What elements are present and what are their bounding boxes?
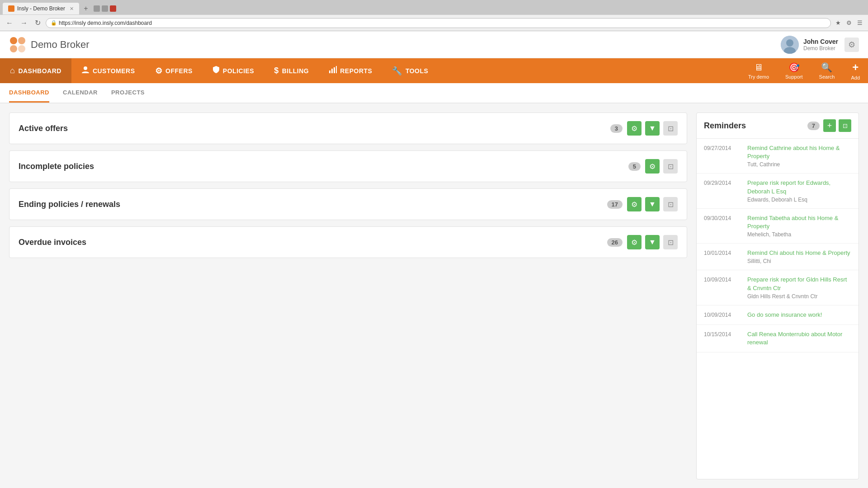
refresh-button[interactable]: ↻ — [33, 18, 43, 28]
reminder-link-1[interactable]: Remind Cathrine about his Home & Propert… — [747, 144, 851, 160]
new-tab-button[interactable]: + — [81, 4, 91, 14]
nav-label-tools: TOOLS — [406, 67, 428, 75]
nav-item-reports[interactable]: REPORTS — [319, 58, 382, 83]
nav-item-dashboard[interactable]: ⌂ DASHBOARD — [0, 58, 71, 83]
close-tab-button[interactable]: ✕ — [70, 6, 74, 12]
reminder-person-2: Edwards, Deborah L Esq — [747, 197, 851, 203]
active-offers-expand-button[interactable]: ⊡ — [663, 121, 678, 136]
overdue-invoices-title: Overdue invoices — [19, 238, 607, 247]
tab-bar: Insly - Demo Broker ✕ + — [0, 0, 868, 14]
nav-item-billing[interactable]: $ BILLING — [264, 58, 319, 83]
sub-nav-calendar[interactable]: CALENDAR — [63, 84, 98, 103]
main-nav: ⌂ DASHBOARD CUSTOMERS ⚙ OFFERS — [0, 58, 868, 83]
reports-nav-icon — [329, 66, 337, 75]
settings-icon[interactable]: ⚙ — [844, 38, 859, 52]
app-header: Demo Broker John Cover Demo Broker ⚙ — [0, 31, 868, 58]
main-content: Active offers 3 ⚙ ▼ ⊡ Incomplete policie… — [0, 103, 868, 488]
nav-item-offers[interactable]: ⚙ OFFERS — [145, 58, 203, 83]
address-bar[interactable]: 🔒 https://insly demo.insly.com/dashboard — [46, 18, 831, 28]
browser-tab[interactable]: Insly - Demo Broker ✕ — [3, 3, 79, 14]
user-role: Demo Broker — [803, 45, 838, 52]
reminder-date-1: 09/27/2014 — [704, 144, 741, 168]
user-avatar — [781, 36, 799, 54]
extensions-button[interactable]: ⚙ — [844, 19, 854, 27]
svg-rect-10 — [334, 67, 335, 73]
svg-point-1 — [18, 37, 25, 44]
active-offers-header: Active offers 3 ⚙ ▼ ⊡ — [9, 113, 687, 144]
sub-nav-projects[interactable]: PROJECTS — [111, 84, 145, 103]
reminder-link-7[interactable]: Call Renea Monterrubio about Motor renew… — [747, 330, 851, 347]
reminder-date-7: 10/15/2014 — [704, 330, 741, 347]
active-offers-panel: Active offers 3 ⚙ ▼ ⊡ — [9, 113, 687, 144]
minimize-button[interactable] — [94, 5, 100, 12]
ending-policies-expand-button[interactable]: ⊡ — [663, 197, 678, 211]
reminder-link-6[interactable]: Go do some insurance work! — [747, 311, 851, 319]
try-demo-icon: 🖥 — [754, 62, 763, 73]
support-icon: 🎯 — [788, 62, 800, 73]
bookmark-button[interactable]: ★ — [834, 19, 843, 27]
reminder-link-4[interactable]: Remind Chi about his Home & Property — [747, 249, 851, 257]
nav-label-billing: BILLING — [282, 67, 309, 75]
nav-item-tools[interactable]: 🔧 TOOLS — [382, 58, 438, 83]
overdue-invoices-count: 26 — [607, 238, 623, 247]
back-button[interactable]: ← — [4, 18, 15, 28]
search-button[interactable]: 🔍 Search — [811, 58, 843, 83]
ending-policies-filter-button[interactable]: ▼ — [645, 197, 660, 211]
reminder-item-1: 09/27/2014 Remind Cathrine about his Hom… — [697, 139, 859, 174]
maximize-button[interactable] — [102, 5, 108, 12]
incomplete-policies-gear-button[interactable]: ⚙ — [645, 159, 660, 174]
add-label: Add — [851, 75, 860, 80]
header-right: John Cover Demo Broker ⚙ — [781, 36, 859, 54]
overdue-invoices-expand-button[interactable]: ⊡ — [663, 235, 678, 249]
nav-item-customers[interactable]: CUSTOMERS — [71, 58, 145, 83]
billing-nav-icon: $ — [274, 66, 279, 75]
forward-button[interactable]: → — [18, 18, 30, 28]
svg-point-3 — [18, 45, 25, 52]
incomplete-policies-panel: Incomplete policies 5 ⚙ ⊡ — [9, 150, 687, 182]
reminders-expand-button[interactable]: ⊡ — [839, 119, 851, 132]
nav-label-reports: REPORTS — [340, 67, 372, 75]
active-offers-count: 3 — [610, 124, 623, 133]
reminder-item-7: 10/15/2014 Call Renea Monterrubio about … — [697, 325, 859, 352]
close-window-button[interactable] — [110, 5, 116, 12]
try-demo-button[interactable]: 🖥 Try demo — [740, 58, 777, 83]
policies-nav-icon — [212, 66, 220, 76]
browser-chrome: Insly - Demo Broker ✕ + ← → ↻ 🔒 https://… — [0, 0, 868, 31]
ending-policies-title: Ending policies / renewals — [19, 200, 607, 209]
support-button[interactable]: 🎯 Support — [777, 58, 811, 83]
overdue-invoices-filter-button[interactable]: ▼ — [645, 235, 660, 249]
add-button[interactable]: + Add — [843, 58, 868, 83]
url-text: https://insly demo.insly.com/dashboard — [59, 20, 152, 26]
active-offers-gear-button[interactable]: ⚙ — [627, 121, 642, 136]
nav-item-policies[interactable]: POLICIES — [203, 58, 264, 83]
reminder-person-5: Gldn Hills Resrt & Cnvntn Ctr — [747, 293, 851, 300]
reminder-link-3[interactable]: Remind Tabetha about his Home & Property — [747, 214, 851, 230]
nav-label-dashboard: DASHBOARD — [18, 67, 61, 75]
reminder-date-2: 09/29/2014 — [704, 179, 741, 202]
sub-nav: DASHBOARD CALENDAR PROJECTS — [0, 83, 868, 103]
reminder-date-6: 10/09/2014 — [704, 311, 741, 319]
user-info: John Cover Demo Broker — [781, 36, 838, 54]
incomplete-policies-title: Incomplete policies — [19, 162, 628, 171]
reminders-add-button[interactable]: + — [823, 119, 836, 132]
sub-nav-dashboard[interactable]: DASHBOARD — [9, 84, 49, 103]
try-demo-label: Try demo — [748, 74, 769, 80]
ending-policies-gear-button[interactable]: ⚙ — [627, 197, 642, 211]
incomplete-policies-expand-button[interactable]: ⊡ — [663, 159, 678, 174]
reminder-link-2[interactable]: Prepare risk report for Edwards, Deborah… — [747, 179, 851, 195]
active-offers-filter-button[interactable]: ▼ — [645, 121, 660, 136]
overdue-invoices-actions: ⚙ ▼ ⊡ — [627, 235, 678, 249]
reminder-person-4: Sillitti, Chi — [747, 258, 851, 264]
menu-button[interactable]: ☰ — [855, 19, 864, 27]
reminder-link-5[interactable]: Prepare risk report for Gldn Hills Resrt… — [747, 276, 851, 292]
reminder-person-1: Tutt, Cathrine — [747, 161, 851, 168]
overdue-invoices-gear-button[interactable]: ⚙ — [627, 235, 642, 249]
add-icon: + — [852, 61, 859, 74]
reminder-item-6: 10/09/2014 Go do some insurance work! — [697, 305, 859, 325]
ending-policies-header: Ending policies / renewals 17 ⚙ ▼ ⊡ — [9, 189, 687, 220]
reminder-date-3: 09/30/2014 — [704, 214, 741, 238]
search-icon: 🔍 — [821, 62, 832, 73]
nav-label-policies: POLICIES — [223, 67, 254, 75]
svg-rect-11 — [336, 66, 337, 73]
active-offers-actions: ⚙ ▼ ⊡ — [627, 121, 678, 136]
